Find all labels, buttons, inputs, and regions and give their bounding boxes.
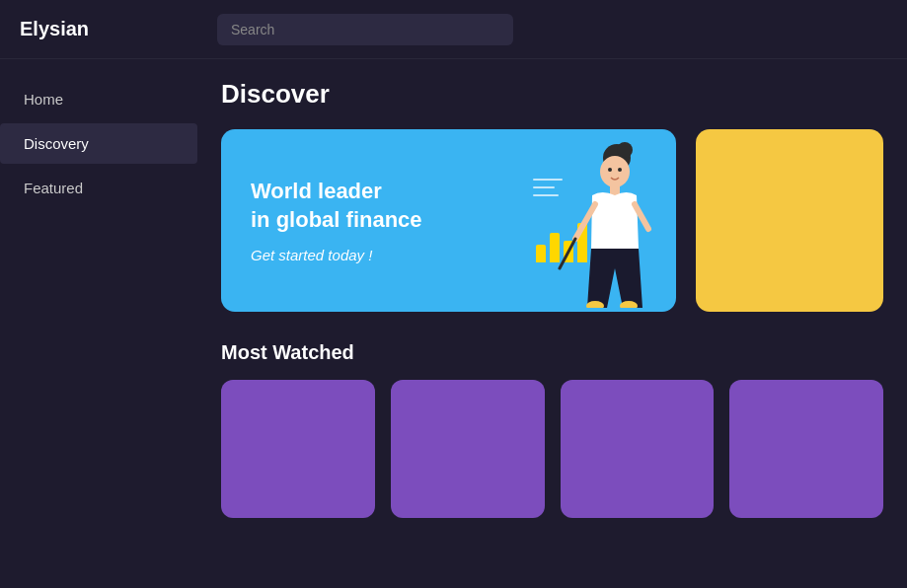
svg-point-10 [618,168,622,172]
most-watched-title: Most Watched [221,341,883,364]
person-illustration [548,140,656,312]
featured-row: World leader in global finance Get start… [221,129,883,312]
svg-point-1 [617,142,633,158]
sidebar-item-home[interactable]: Home [0,79,197,119]
svg-point-9 [608,168,612,172]
watch-card-4[interactable] [729,380,883,518]
sidebar-item-discovery[interactable]: Discovery [0,123,197,164]
svg-point-2 [600,156,630,187]
watch-card-1[interactable] [221,380,375,518]
most-watched-cards [221,380,883,518]
logo: Elysian [20,18,217,40]
search-container [217,14,513,45]
hero-banner: World leader in global finance Get start… [221,129,676,312]
hero-headline: World leader in global finance [251,178,507,234]
watch-card-2[interactable] [391,380,545,518]
yellow-card [696,129,883,312]
main-content: Discover [197,59,907,588]
chart-bar-1 [536,245,546,262]
sidebar-item-featured[interactable]: Featured [0,168,197,208]
sidebar: Home Discovery Featured [0,59,197,588]
watch-card-3[interactable] [561,380,715,518]
page-title: Discover [221,79,883,110]
search-input[interactable] [217,14,513,45]
top-bar: Elysian [0,0,907,59]
svg-line-5 [560,239,575,268]
layout: Home Discovery Featured Discover [0,59,907,588]
